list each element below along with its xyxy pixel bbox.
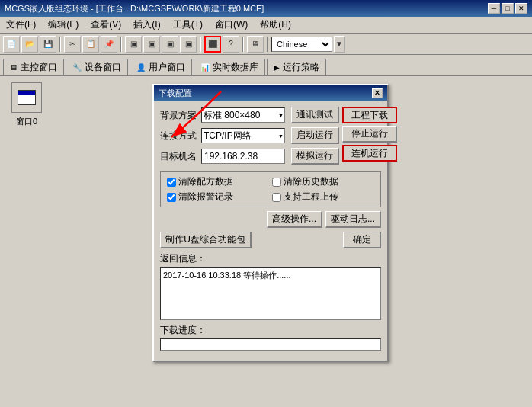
tab-main-window-label: 主控窗口 — [21, 61, 57, 74]
toolbar-cut[interactable]: ✂ — [64, 36, 81, 53]
connection-mode-row: 连接方式 TCP/IP网络 启动运行 — [160, 127, 339, 144]
tab-device-label: 设备窗口 — [85, 61, 121, 74]
menu-insert[interactable]: 插入(I) — [130, 18, 163, 32]
checkbox-row: 清除配方数据 清除历史数据 清除报警记录 支持工程上传 — [167, 175, 374, 204]
tab-main-window[interactable]: 🖥 主控窗口 — [3, 59, 64, 75]
toolbar-b7[interactable]: 🖥 — [247, 36, 264, 53]
log-content: 2017-10-16 10:33:18 等待操作...... — [163, 271, 291, 280]
background-plan-label: 背景方案 — [160, 109, 198, 122]
main-area: 窗口0 下载配置 ✕ 背景方案 标准 800×480 — [0, 76, 532, 407]
tab-realtime-db[interactable]: 📊 实时数据库 — [194, 59, 265, 75]
minimize-button[interactable]: ─ — [488, 3, 500, 14]
download-options-group: 清除配方数据 清除历史数据 清除报警记录 支持工程上传 — [160, 171, 381, 207]
left-form: 背景方案 标准 800×480 通讯测试 连接方式 — [160, 107, 339, 168]
progress-section: 下载进度： — [160, 324, 381, 351]
checkbox-clear-alarm-input[interactable] — [167, 193, 176, 202]
connection-test-button[interactable]: 通讯测试 — [291, 107, 339, 123]
toolbar-dropdown[interactable]: ▼ — [334, 36, 345, 53]
menu-file[interactable]: 文件(F) — [3, 18, 39, 32]
target-ip-label: 目标机名 — [160, 150, 198, 163]
connect-run-button[interactable]: 连机运行 — [342, 145, 397, 162]
left-panel: 窗口0 — [0, 76, 53, 407]
connection-mode-select[interactable]: TCP/IP网络 — [201, 128, 285, 143]
dialog-close-button[interactable]: ✕ — [372, 88, 383, 98]
window-0-icon[interactable] — [11, 82, 42, 113]
menu-window[interactable]: 窗口(W) — [212, 18, 251, 32]
close-button[interactable]: ✕ — [515, 3, 527, 14]
maximize-button[interactable]: □ — [502, 3, 514, 14]
title-bar: MCGS嵌入版组态环境 - [工作台 : D:\MCGSE\WORK\新建工程0… — [0, 0, 532, 17]
checkbox-support-upload[interactable]: 支持工程上传 — [272, 191, 375, 204]
tab-device-window[interactable]: 🔧 设备窗口 — [66, 59, 128, 75]
checkbox-clear-alarm[interactable]: 清除报警记录 — [167, 191, 270, 204]
target-ip-input[interactable] — [201, 149, 285, 164]
progress-label: 下载进度： — [160, 324, 381, 337]
connection-mode-select-wrapper: TCP/IP网络 — [201, 128, 285, 143]
simulate-run-button[interactable]: 模拟运行 — [291, 148, 339, 165]
make-udisk-button[interactable]: 制作U盘综合功能包 — [160, 232, 252, 248]
tab-bar: 🖥 主控窗口 🔧 设备窗口 👤 用户窗口 📊 实时数据库 ▶ 运行策略 — [0, 55, 532, 76]
background-plan-row: 背景方案 标准 800×480 通讯测试 — [160, 107, 339, 123]
start-run-button[interactable]: 启动运行 — [291, 127, 339, 144]
toolbar-sep1 — [59, 37, 61, 52]
menu-view[interactable]: 查看(V) — [88, 18, 124, 32]
connection-mode-label: 连接方式 — [160, 130, 198, 143]
download-button[interactable]: 工程下载 — [342, 107, 397, 123]
db-icon: 📊 — [200, 63, 210, 72]
advanced-button[interactable]: 高级操作... — [267, 211, 322, 228]
checkbox-support-upload-input[interactable] — [272, 193, 281, 202]
progress-bar-container — [160, 338, 381, 351]
title-buttons: ─ □ ✕ — [488, 3, 527, 14]
toolbar-save[interactable]: 💾 — [40, 36, 56, 53]
toolbar-b3[interactable]: ▣ — [162, 36, 178, 53]
toolbar-paste[interactable]: 📌 — [101, 36, 117, 53]
confirm-button[interactable]: 确定 — [343, 232, 381, 248]
toolbar-open[interactable]: 📂 — [21, 36, 38, 53]
return-info-label: 返回信息： — [160, 252, 381, 265]
toolbar-b4[interactable]: ▣ — [180, 36, 197, 53]
menu-help[interactable]: 帮助(H) — [257, 18, 294, 32]
device-icon: 🔧 — [72, 63, 82, 72]
dialog-title-text: 下载配置 — [159, 88, 192, 99]
toolbar-new[interactable]: 📄 — [3, 36, 20, 53]
toolbar-sep2 — [120, 37, 122, 52]
menu-edit[interactable]: 编辑(E) — [45, 18, 82, 32]
toolbar-b5[interactable]: ⬛ — [204, 36, 221, 53]
checkbox-clear-recipe-input[interactable] — [167, 178, 176, 187]
dialog-content: 背景方案 标准 800×480 通讯测试 连接方式 — [154, 101, 387, 361]
checkbox-support-upload-label: 支持工程上传 — [284, 191, 338, 204]
language-select[interactable]: Chinese English — [271, 37, 332, 52]
toolbar-b1[interactable]: ▣ — [125, 36, 142, 53]
toolbar-copy[interactable]: 📋 — [82, 36, 99, 53]
driver-log-button[interactable]: 驱动日志... — [325, 211, 381, 228]
checkbox-clear-alarm-label: 清除报警记录 — [178, 191, 233, 204]
window-icon-img — [18, 90, 36, 105]
toolbar-sep4 — [242, 37, 244, 52]
background-plan-select-wrapper: 标准 800×480 — [201, 107, 285, 123]
menu-tools[interactable]: 工具(T) — [170, 18, 206, 32]
title-text: MCGS嵌入版组态环境 - [工作台 : D:\MCGSE\WORK\新建工程0… — [5, 3, 264, 14]
checkbox-clear-history-input[interactable] — [272, 178, 281, 187]
toolbar: 📄 📂 💾 ✂ 📋 📌 ▣ ▣ ▣ ▣ ⬛ ? 🖥 Chinese Englis… — [0, 34, 532, 55]
main-window-icon: 🖥 — [10, 63, 18, 72]
toolbar-sep5 — [267, 37, 268, 52]
udisk-row: 制作U盘综合功能包 确定 — [160, 232, 381, 248]
toolbar-b2[interactable]: ▣ — [143, 36, 160, 53]
tab-user-window[interactable]: 👤 用户窗口 — [130, 59, 192, 75]
toolbar-sep3 — [200, 37, 201, 52]
background-plan-select[interactable]: 标准 800×480 — [201, 107, 285, 123]
checkbox-clear-recipe[interactable]: 清除配方数据 — [167, 175, 270, 188]
tab-run-label: 运行策略 — [283, 61, 319, 74]
checkbox-clear-recipe-label: 清除配方数据 — [178, 175, 233, 188]
checkbox-clear-history[interactable]: 清除历史数据 — [272, 175, 375, 188]
run-icon: ▶ — [274, 63, 280, 72]
download-config-dialog[interactable]: 下载配置 ✕ 背景方案 标准 800×480 通讯测试 — [152, 84, 389, 362]
log-section: 返回信息： 2017-10-16 10:33:18 等待操作...... — [160, 252, 381, 320]
tab-user-label: 用户窗口 — [149, 61, 185, 74]
stop-run-button[interactable]: 停止运行 — [342, 126, 397, 143]
tab-run-strategy[interactable]: ▶ 运行策略 — [267, 59, 326, 75]
log-area: 2017-10-16 10:33:18 等待操作...... — [160, 267, 381, 320]
window-0-label: 窗口0 — [16, 116, 37, 127]
dialog-title-bar: 下载配置 ✕ — [154, 85, 387, 101]
toolbar-b6[interactable]: ? — [223, 36, 239, 53]
